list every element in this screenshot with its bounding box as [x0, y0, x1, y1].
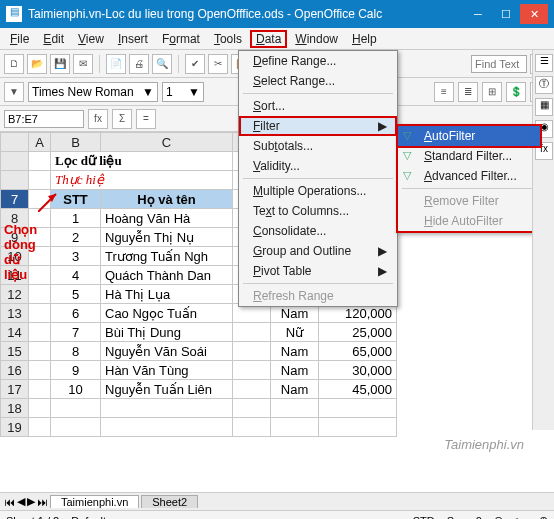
minimize-button[interactable]: ─ — [464, 4, 492, 24]
email-button[interactable]: ✉ — [73, 54, 93, 74]
tab-nav-next[interactable]: ▶ — [27, 495, 35, 508]
app-icon: ▤ — [6, 6, 22, 22]
row-8[interactable]: 8 — [1, 209, 29, 228]
sheet-tab-2[interactable]: Sheet2 — [141, 495, 198, 508]
menu-help[interactable]: Help — [346, 30, 383, 48]
row-17[interactable]: 17 — [1, 380, 29, 399]
data-menu-dropdown: Define Range... Select Range... Sort... … — [238, 50, 398, 307]
currency-button[interactable]: 💲 — [506, 82, 526, 102]
menu-format[interactable]: Format — [156, 30, 206, 48]
window-title: Taimienphi.vn-Loc du lieu trong OpenOfff… — [28, 7, 464, 21]
name-box[interactable]: B7:E7 — [4, 110, 84, 128]
menu-tools[interactable]: Tools — [208, 30, 248, 48]
header-name[interactable]: Họ và tên — [101, 190, 233, 209]
close-button[interactable]: ✕ — [520, 4, 548, 24]
menu-pivot-table[interactable]: Pivot Table▶ — [239, 261, 397, 281]
row-19[interactable]: 19 — [1, 418, 29, 437]
menu-edit[interactable]: Edit — [37, 30, 70, 48]
menu-view[interactable]: View — [72, 30, 110, 48]
row-13[interactable]: 13 — [1, 304, 29, 323]
submenu-standard-filter[interactable]: ▽Standard Filter... — [398, 146, 540, 166]
row-14[interactable]: 14 — [1, 323, 29, 342]
row-10[interactable]: 10 — [1, 247, 29, 266]
sheet-tab-1[interactable]: Taimienphi.vn — [50, 495, 139, 508]
filter-submenu: ▽AutoFilter ▽Standard Filter... ▽Advance… — [396, 124, 542, 233]
filter-icon: ▽ — [403, 129, 417, 143]
menu-define-range[interactable]: Define Range... — [239, 51, 397, 71]
menu-select-range[interactable]: Select Range... — [239, 71, 397, 91]
row-11[interactable]: 11 — [1, 266, 29, 285]
row-12[interactable]: 12 — [1, 285, 29, 304]
watermark: Taimienphi.vn — [444, 437, 524, 452]
tab-nav-last[interactable]: ⏭ — [37, 496, 48, 508]
row-18[interactable]: 18 — [1, 399, 29, 418]
row-16[interactable]: 16 — [1, 361, 29, 380]
spell-button[interactable]: ✔ — [185, 54, 205, 74]
menu-insert[interactable]: Insert — [112, 30, 154, 48]
find-input[interactable] — [471, 55, 527, 73]
submenu-hide-autofilter: Hide AutoFilter — [398, 211, 540, 231]
sidepanel-styles[interactable]: Ⓣ — [535, 76, 553, 94]
preview-button[interactable]: 🔍 — [152, 54, 172, 74]
subtitle-cell[interactable]: Thực hiệ — [51, 171, 233, 190]
filter-icon: ▽ — [403, 169, 417, 183]
merge-button[interactable]: ⊞ — [482, 82, 502, 102]
row-9[interactable]: 9 — [1, 228, 29, 247]
submenu-autofilter[interactable]: ▽AutoFilter — [396, 124, 542, 148]
col-a[interactable]: A — [29, 133, 51, 152]
cut-button[interactable]: ✂ — [208, 54, 228, 74]
tab-nav-first[interactable]: ⏮ — [4, 496, 15, 508]
font-name-select[interactable]: Times New Roman ▼ — [28, 82, 158, 102]
menu-text-to-columns[interactable]: Text to Columns... — [239, 201, 397, 221]
status-ins: STD — [413, 515, 435, 520]
tab-nav-prev[interactable]: ◀ — [17, 495, 25, 508]
menu-filter[interactable]: Filter▶ — [239, 116, 397, 136]
row-15[interactable]: 15 — [1, 342, 29, 361]
sum-button[interactable]: Σ — [112, 109, 132, 129]
style-button[interactable]: ▼ — [4, 82, 24, 102]
fx-button[interactable]: fx — [88, 109, 108, 129]
menu-group-outline[interactable]: Group and Outline▶ — [239, 241, 397, 261]
sheet-tabs: ⏮ ◀ ▶ ⏭ Taimienphi.vn Sheet2 — [0, 492, 554, 510]
status-zoom[interactable]: ⊝ ─●── ⊕ — [494, 514, 548, 519]
font-size-select[interactable]: 1 ▼ — [162, 82, 204, 102]
menu-window[interactable]: Window — [289, 30, 344, 48]
submenu-remove-filter: Remove Filter — [398, 191, 540, 211]
submenu-advanced-filter[interactable]: ▽Advanced Filter... — [398, 166, 540, 186]
menu-validity[interactable]: Validity... — [239, 156, 397, 176]
pdf-button[interactable]: 📄 — [106, 54, 126, 74]
sidepanel-gallery[interactable]: ▦ — [535, 98, 553, 116]
align-justify-button[interactable]: ≣ — [458, 82, 478, 102]
sidepanel-properties[interactable]: ☰ — [535, 54, 553, 72]
status-bar: Sheet 1 / 2 Default STD Sum=0 ⊝ ─●── ⊕ — [0, 510, 554, 519]
menu-data[interactable]: Data — [250, 30, 287, 48]
maximize-button[interactable]: ☐ — [492, 4, 520, 24]
titlebar: ▤ Taimienphi.vn-Loc du lieu trong OpenOf… — [0, 0, 554, 28]
align-right-button[interactable]: ≡ — [434, 82, 454, 102]
print-button[interactable]: 🖨 — [129, 54, 149, 74]
menubar: File Edit View Insert Format Tools Data … — [0, 28, 554, 50]
status-style: Default — [71, 515, 106, 520]
title-cell[interactable]: Lọc dữ liệu — [51, 152, 233, 171]
side-panel: ☰ Ⓣ ▦ ◉ fx — [532, 50, 554, 430]
menu-sort[interactable]: Sort... — [239, 96, 397, 116]
filter-icon: ▽ — [403, 149, 417, 163]
menu-refresh-range: Refresh Range — [239, 286, 397, 306]
menu-consolidate[interactable]: Consolidate... — [239, 221, 397, 241]
col-b[interactable]: B — [51, 133, 101, 152]
open-button[interactable]: 📂 — [27, 54, 47, 74]
col-c[interactable]: C — [101, 133, 233, 152]
menu-multiple-ops[interactable]: Multiple Operations... — [239, 181, 397, 201]
equals-button[interactable]: = — [136, 109, 156, 129]
menu-file[interactable]: File — [4, 30, 35, 48]
corner-cell[interactable] — [1, 133, 29, 152]
status-sum: Sum=0 — [447, 515, 482, 520]
status-sheet: Sheet 1 / 2 — [6, 515, 59, 520]
save-button[interactable]: 💾 — [50, 54, 70, 74]
new-button[interactable]: 🗋 — [4, 54, 24, 74]
menu-subtotals[interactable]: Subtotals... — [239, 136, 397, 156]
header-stt[interactable]: STT — [51, 190, 101, 209]
row-7[interactable]: 7 — [1, 190, 29, 209]
